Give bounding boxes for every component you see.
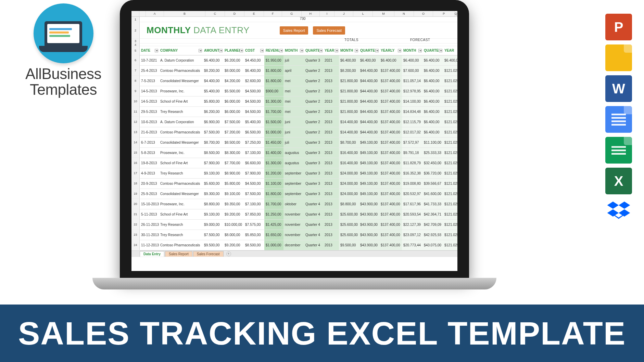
table-row[interactable]: 7-5-2013Consolidated Messenger$4.400,00$… <box>140 76 457 86</box>
column-letters: A B C D E F G H I J L M N O P Q <box>131 11 457 17</box>
table-row[interactable]: 5-8-2013Proseware, Inc.$8.500,00$8.300,0… <box>140 147 457 158</box>
column-header[interactable]: COST <box>244 46 264 55</box>
add-sheet-button[interactable]: + <box>226 251 231 256</box>
column-header[interactable]: QUARTER <box>422 46 443 55</box>
svg-marker-0 <box>607 202 619 209</box>
column-header[interactable]: COMPANY <box>159 46 203 55</box>
table-row[interactable]: 5-11-2013School of Fine Art$9.100,00$9.2… <box>140 209 457 219</box>
dropbox-icon <box>605 198 632 225</box>
filter-dropdown-icon[interactable] <box>300 49 303 52</box>
table-row[interactable]: 26-11-2013Trey Research$9.000,00$10.000,… <box>140 219 457 230</box>
table-row[interactable]: 15-10-2013Proseware, Inc.$8.800,00$9.350… <box>140 199 457 209</box>
excel-icon: X <box>605 168 632 194</box>
column-header[interactable]: QUARTER <box>359 46 379 55</box>
sheet-tabs: Data Entry Sales Report Sales Forecast + <box>131 250 457 257</box>
table-row[interactable]: 6-7-2013Consolidated Messenger$8.700,00$… <box>140 137 457 147</box>
laptop-mockup: A B C D E F G H I J L M N O P Q 12345678… <box>120 0 469 289</box>
table-row[interactable]: 21-6-2013Contoso Pharmaceuticals$7.500,0… <box>140 127 457 137</box>
filter-dropdown-icon[interactable] <box>355 49 358 52</box>
table-row[interactable]: 10-6-2013A. Datum Corporation$6.900,00$7… <box>140 117 457 127</box>
file-type-icons: P W X <box>605 14 632 225</box>
powerpoint-icon: P <box>605 14 632 40</box>
forecast-group-header: FORECAST <box>410 38 430 42</box>
column-header[interactable]: DATE <box>140 46 159 55</box>
filter-dropdown-icon[interactable] <box>199 49 202 52</box>
table-row[interactable]: 4-9-2013Trey Research$9.100,00$8.900,00$… <box>140 168 457 178</box>
table-row[interactable]: 25-4-2013Contoso Pharmaceuticals$8.200,0… <box>140 65 457 76</box>
data-table: DATECOMPANYAMOUNTPLANNEDCOSTREVENUEMONTH… <box>140 46 457 250</box>
brand-logo-icon <box>34 3 93 63</box>
column-header[interactable]: MONTH <box>339 46 359 55</box>
column-header[interactable]: REVENUE <box>264 46 283 55</box>
google-docs-icon <box>605 106 632 133</box>
table-row[interactable]: 11-12-2013Contoso Pharmaceuticals$9.500,… <box>140 240 457 250</box>
column-header[interactable]: MONTH <box>402 46 422 55</box>
bottom-banner: SALES TRACKING EXCEL TEMPLATE <box>0 305 644 362</box>
tab-data-entry[interactable]: Data Entry <box>140 251 164 257</box>
table-row[interactable]: 29-5-2013Trey Research$6.200,00$6.000,00… <box>140 106 457 117</box>
table-row[interactable]: 14-5-2013School of Fine Art$5.800,00$6.0… <box>140 96 457 106</box>
filter-dropdown-icon[interactable] <box>439 49 442 52</box>
spreadsheet-screen: A B C D E F G H I J L M N O P Q 12345678… <box>131 11 457 271</box>
google-sheets-icon <box>605 137 632 164</box>
column-header[interactable]: YEAR <box>323 46 339 55</box>
table-row[interactable]: 25-9-2013Consolidated Messenger$9.300,00… <box>140 189 457 199</box>
brand-logo: AllBusiness Templates <box>19 3 108 98</box>
filter-dropdown-icon[interactable] <box>240 49 243 52</box>
filter-dropdown-icon[interactable] <box>418 49 422 52</box>
sales-forecast-button[interactable]: Sales Forecast <box>313 26 345 35</box>
table-row[interactable]: 30-11-2013Trey Research$7.500,00$8.000,0… <box>140 230 457 240</box>
column-header[interactable]: YEARLY <box>379 46 402 55</box>
svg-marker-3 <box>619 209 630 217</box>
google-slides-icon <box>605 44 632 71</box>
filter-dropdown-icon[interactable] <box>375 49 379 52</box>
column-header[interactable]: MONTH <box>283 46 304 55</box>
column-header[interactable]: QUARTER <box>304 46 323 55</box>
table-row[interactable]: 10-7-2021A. Datum Corporation$6.400,00$6… <box>140 55 457 65</box>
table-row[interactable]: 14-5-2013Proseware, Inc.$5.400,00$5.500,… <box>140 86 457 96</box>
word-icon: W <box>605 75 632 102</box>
filter-dropdown-icon[interactable] <box>219 49 223 52</box>
totals-group-header: TOTALS <box>344 38 358 42</box>
tab-sales-report[interactable]: Sales Report <box>165 251 192 257</box>
column-header[interactable]: PLANNED <box>223 46 244 55</box>
column-header[interactable]: YEAR <box>443 46 457 55</box>
table-row[interactable]: 20-9-2013Contoso Pharmaceuticals$5.600,0… <box>140 178 457 189</box>
tab-sales-forecast[interactable]: Sales Forecast <box>193 251 224 257</box>
column-header[interactable]: AMOUNT <box>203 46 223 55</box>
sales-report-button[interactable]: Sales Report <box>280 26 308 35</box>
filter-dropdown-icon[interactable] <box>279 49 283 52</box>
table-row[interactable]: 19-8-2013School of Fine Art$7.900,00$7.7… <box>140 158 457 168</box>
filter-dropdown-icon[interactable] <box>319 49 323 52</box>
filter-dropdown-icon[interactable] <box>335 49 338 52</box>
brand-text: AllBusiness Templates <box>19 66 108 98</box>
filter-dropdown-icon[interactable] <box>398 49 401 52</box>
svg-marker-1 <box>619 202 630 209</box>
svg-marker-2 <box>607 209 619 217</box>
filter-dropdown-icon[interactable] <box>260 49 264 52</box>
filter-dropdown-icon[interactable] <box>155 49 158 52</box>
sheet-title: MONTHLY DATA ENTRY <box>147 25 250 36</box>
row-numbers: 123456789101112131415161718192021222324 <box>131 17 140 250</box>
formula-bar-value: 730 <box>140 17 457 22</box>
